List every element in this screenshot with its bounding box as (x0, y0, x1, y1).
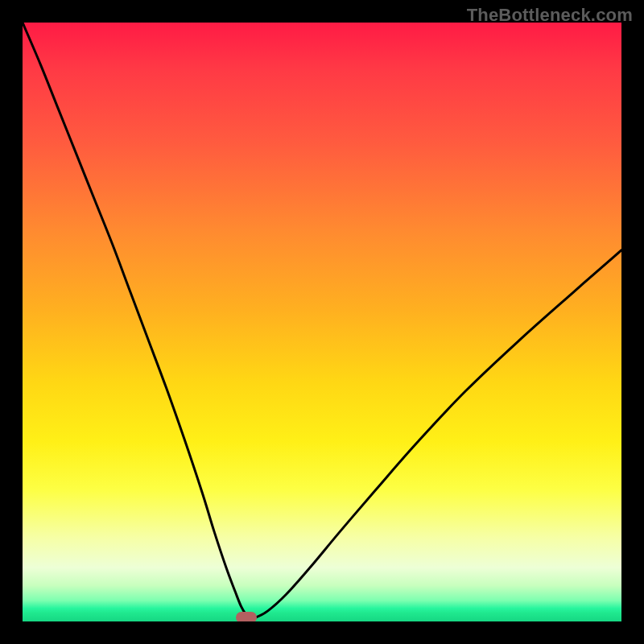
optimal-point-marker (236, 612, 257, 621)
curve-svg (23, 23, 621, 621)
watermark-text: TheBottleneck.com (467, 5, 633, 26)
bottleneck-curve (23, 23, 621, 618)
plot-area (23, 23, 621, 621)
chart-frame: TheBottleneck.com (0, 0, 644, 644)
